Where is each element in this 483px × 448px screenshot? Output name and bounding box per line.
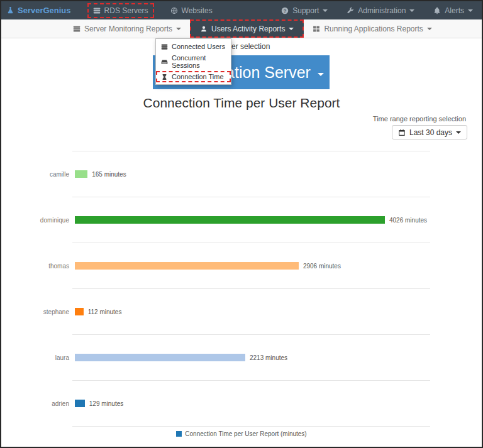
nav-item-users-activity-reports[interactable]: Users Activity Reports bbox=[190, 19, 304, 38]
nav-item-administration[interactable]: Administration bbox=[347, 6, 414, 15]
reports-navbar: Server Monitoring Reports Users Activity… bbox=[1, 19, 482, 38]
nav-item-server-monitoring-reports[interactable]: Server Monitoring Reports bbox=[64, 19, 190, 38]
caret-down-icon bbox=[427, 28, 432, 30]
bar[interactable] bbox=[75, 170, 87, 178]
chart-row: camille165 minutes bbox=[1, 151, 482, 197]
globe-icon bbox=[170, 7, 178, 14]
chart-row: dominique4026 minutes bbox=[1, 197, 482, 243]
bar-category-label: adrien bbox=[1, 400, 69, 407]
bar-category-label: stephane bbox=[1, 308, 69, 315]
bar-category-label: thomas bbox=[1, 262, 69, 269]
server-selection-label: ver selection bbox=[228, 42, 270, 51]
legend-label: Connection Time per User Report (minutes… bbox=[185, 430, 306, 437]
svg-text:?: ? bbox=[284, 8, 287, 13]
th-large-icon bbox=[313, 25, 320, 33]
calendar-icon bbox=[398, 129, 406, 136]
bar[interactable] bbox=[75, 400, 85, 407]
time-range-label: Time range reporting selection bbox=[373, 115, 466, 123]
bar-value-label: 112 minutes bbox=[88, 308, 122, 315]
chart-row: stephane112 minutes bbox=[1, 288, 482, 334]
server-stack-icon bbox=[93, 7, 101, 14]
chart-rows: camille165 minutesdominique4026 minutest… bbox=[1, 151, 482, 426]
bar-value-label: 129 minutes bbox=[89, 400, 123, 407]
server-stack-icon bbox=[73, 25, 80, 33]
connection-time-chart: camille165 minutesdominique4026 minutest… bbox=[1, 151, 482, 427]
chart-legend: Connection Time per User Report (minutes… bbox=[1, 430, 482, 437]
caret-down-icon bbox=[176, 28, 181, 30]
nav-item-label: Support bbox=[292, 6, 319, 15]
bar[interactable] bbox=[75, 308, 84, 315]
top-navbar: ServerGenius RDS Servers Websites ? Supp… bbox=[1, 1, 482, 19]
caret-down-icon bbox=[318, 73, 324, 76]
chart-row: thomas2906 minutes bbox=[1, 243, 482, 288]
bar-value-label: 2213 minutes bbox=[250, 354, 287, 361]
nav-item-running-applications-reports[interactable]: Running Applications Reports bbox=[304, 19, 440, 38]
nav-item-label: Server Monitoring Reports bbox=[84, 25, 172, 33]
top-navbar-right: ? Support Administration Alerts bbox=[281, 6, 473, 15]
time-range-button[interactable]: Last 30 days bbox=[392, 125, 467, 139]
hdd-icon bbox=[161, 58, 168, 65]
bell-icon bbox=[433, 7, 441, 14]
bar-value-label: 2906 minutes bbox=[303, 262, 341, 269]
menu-item-concurrent-sessions[interactable]: Concurrent Sessions bbox=[156, 52, 231, 71]
user-icon bbox=[200, 25, 208, 33]
list-icon bbox=[161, 43, 168, 50]
menu-item-label: Concurrent Sessions bbox=[172, 54, 226, 69]
chart-row: adrien129 minutes bbox=[1, 380, 482, 426]
nav-item-websites[interactable]: Websites bbox=[170, 6, 213, 15]
nav-item-support[interactable]: ? Support bbox=[281, 6, 328, 15]
caret-down-icon bbox=[456, 131, 461, 134]
nav-item-rds-servers[interactable]: RDS Servers bbox=[87, 3, 154, 18]
wrench-icon bbox=[347, 7, 354, 14]
bar[interactable] bbox=[75, 354, 245, 361]
bar[interactable] bbox=[75, 262, 299, 270]
bar-category-label: laura bbox=[1, 354, 69, 361]
chart-row: laura2213 minutes bbox=[1, 334, 482, 380]
nav-item-label: Alerts bbox=[445, 6, 464, 15]
nav-item-label: Running Applications Reports bbox=[324, 25, 423, 33]
time-range-value: Last 30 days bbox=[409, 128, 452, 137]
menu-item-label: Connection Time bbox=[172, 73, 224, 80]
question-circle-icon: ? bbox=[281, 7, 289, 14]
brand-label: ServerGenius bbox=[18, 6, 71, 15]
caret-down-icon bbox=[289, 28, 294, 30]
bar[interactable] bbox=[75, 216, 385, 224]
caret-down-icon bbox=[409, 9, 414, 12]
bar-category-label: dominique bbox=[1, 216, 69, 223]
brand-logo[interactable]: ServerGenius bbox=[6, 6, 71, 15]
servergenius-window: ServerGenius RDS Servers Websites ? Supp… bbox=[0, 0, 483, 448]
nav-item-label: Users Activity Reports bbox=[211, 25, 285, 33]
menu-item-connected-users[interactable]: Connected Users bbox=[156, 41, 231, 52]
menu-item-label: Connected Users bbox=[172, 43, 225, 50]
nav-item-label: Websites bbox=[182, 6, 213, 15]
report-title: Connection Time per User Report bbox=[1, 96, 482, 111]
legend-swatch bbox=[176, 431, 182, 437]
nav-item-alerts[interactable]: Alerts bbox=[433, 6, 473, 15]
bar-value-label: 165 minutes bbox=[92, 170, 126, 177]
users-activity-dropdown-menu: Connected Users Concurrent Sessions Conn… bbox=[155, 38, 231, 85]
hourglass-icon bbox=[161, 74, 168, 80]
bar-value-label: 4026 minutes bbox=[389, 216, 427, 223]
report-content: ver selection My Application Server Conn… bbox=[1, 38, 482, 447]
bar-category-label: camille bbox=[1, 170, 69, 177]
nav-item-label: Administration bbox=[358, 6, 406, 15]
chart-baseline bbox=[72, 426, 430, 427]
caret-down-icon bbox=[323, 9, 328, 12]
flask-icon bbox=[6, 6, 14, 14]
caret-down-icon bbox=[468, 9, 473, 12]
nav-item-label: RDS Servers bbox=[104, 6, 148, 15]
menu-item-connection-time[interactable]: Connection Time bbox=[156, 71, 231, 82]
